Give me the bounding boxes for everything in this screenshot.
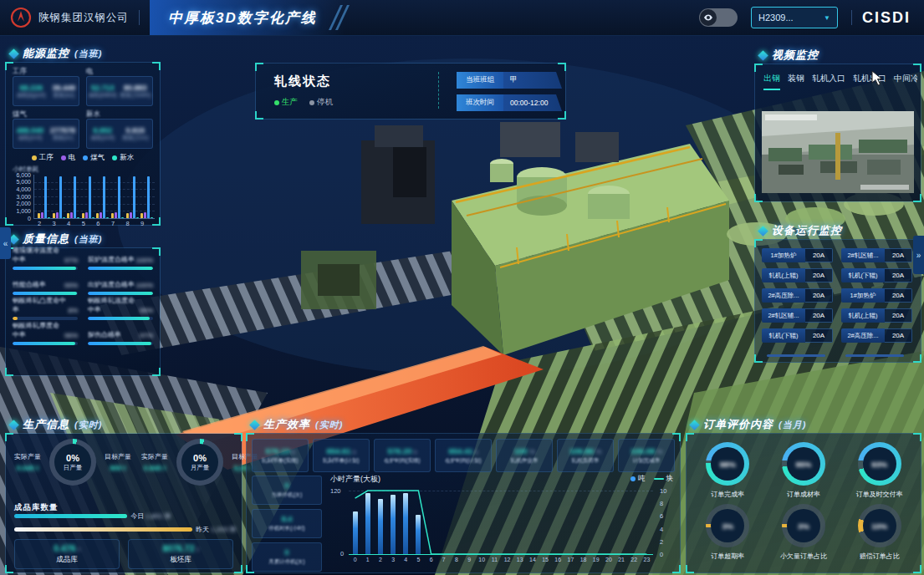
order-gauge: 98%订单完成率 — [692, 442, 764, 499]
card-label: 成品库 — [56, 555, 78, 565]
energy-card-value: 68.226单耗(kgce/t) — [17, 84, 46, 99]
device-item: 1#加热炉20A — [762, 248, 835, 262]
hourly-output-chart: 小时产量(大板) 吨块 1200108642001234567891011121… — [329, 474, 675, 567]
chart-legend-item: 吨 — [630, 474, 646, 484]
quality-grid: 堆垛缓冷温度命中率97%装炉温度合格率100%性能合格率99%出炉温度合格率10… — [13, 255, 153, 345]
card-value: 0.476 t — [54, 543, 79, 553]
quality-value: 97% — [64, 257, 78, 264]
bar — [118, 176, 120, 218]
gauge-percent: 0% — [193, 453, 207, 463]
energy-card-value: 6.652单耗(m³/t) — [91, 126, 115, 142]
bar — [121, 217, 124, 218]
kpi-label: 计划完成率 — [633, 457, 661, 465]
energy-card-value: 277578用量(m³) — [50, 126, 75, 142]
legend-dot — [32, 155, 37, 160]
shift-time-badge: 班次时间 00:00-12:00 — [457, 94, 562, 111]
x-tick: 6 — [92, 220, 104, 227]
ring-gauge: 10% — [858, 504, 901, 547]
quality-bar-track — [88, 292, 153, 295]
gauge-sublabel: 月产量 — [191, 464, 210, 472]
quality-row: 钢板终轧厚度命中率96% — [13, 330, 78, 339]
device-item: 轧机(下辊)20A — [762, 328, 835, 343]
video-frame[interactable] — [762, 111, 914, 193]
x-tick: 5 — [412, 557, 424, 562]
kpi-label: 轧机作业率 — [511, 457, 539, 465]
collapse-right-handle[interactable]: » — [913, 236, 924, 274]
chart-legend-label: 吨 — [638, 474, 646, 484]
diamond-icon — [758, 226, 768, 237]
decor-slash — [335, 5, 350, 30]
right-axis-tick: 10 — [660, 487, 666, 495]
diamond-icon — [8, 48, 19, 59]
video-panel: 出钢装钢轧机入口轧机出口中间冷电动热 — [754, 64, 921, 202]
video-tab-装钢[interactable]: 装钢 — [788, 73, 804, 90]
production-gauges: 实际产量0.045 t0%日产量目标产量900 t实际产量0.845 t0%月产… — [9, 439, 238, 486]
status-legend-item: 停机 — [309, 97, 333, 108]
warehouse-card: 0.476 t成品库 — [14, 539, 120, 569]
quality-label: 出炉温度合格率 — [88, 280, 135, 289]
bar — [74, 176, 76, 218]
quality-row: 探伤合格率97% — [88, 330, 153, 339]
visibility-toggle[interactable] — [699, 8, 738, 27]
device-label: 轧机(上辊) — [762, 268, 805, 282]
stock-bar — [14, 514, 127, 518]
quality-item: 堆垛缓冷温度命中率97% — [13, 255, 78, 270]
shift-team-badge: 当班班组 甲 — [457, 72, 562, 89]
energy-card-box: 68.226单耗(kgce/t)39.449用量(tce) — [13, 76, 79, 106]
efficiency-panel: 576.23 s轧制节奏(实绩)654.61 s轧制节奏(计划)576.20 s… — [246, 433, 681, 573]
energy-card-value: 39.449用量(tce) — [53, 84, 76, 99]
dashboard-root: 陕钢集团汉钢公司 中厚板3D数字化产线 H2309... ▼ CISDI 能源监… — [0, 0, 924, 575]
unit: 单耗(kWh/t) — [89, 92, 117, 99]
value: 80.883 — [120, 84, 151, 92]
quality-bar-fill — [88, 317, 150, 320]
diamond-icon — [689, 420, 700, 430]
downtime-tiles: 0当班停机(次)8.4停机时长(小时)0月累计停机(次) — [252, 476, 322, 572]
x-tick: 22 — [628, 557, 640, 562]
device-item: 轧机(上辊)20A — [841, 308, 914, 323]
card-label: 板坯库 — [170, 555, 191, 565]
status-label: 停机 — [317, 97, 333, 108]
tile-value: 8.4 — [282, 515, 293, 523]
y-tick: 1,000 — [9, 208, 31, 214]
device-value: 20A — [805, 248, 833, 262]
energy-card-label: 新水 — [86, 109, 153, 119]
value: 900 t — [100, 464, 136, 472]
device-dropdown-value: H2309... — [758, 13, 794, 23]
kpi-unit: % — [596, 449, 601, 455]
ring-hole: 0%月产量 — [181, 444, 218, 481]
legend-item: 新水 — [112, 153, 134, 163]
downtime-tile: 0月累计停机(次) — [252, 542, 322, 572]
kpi-label: 在炉时间(计划) — [445, 457, 481, 465]
video-panel-title: 视频监控 — [759, 48, 819, 63]
gauge-label: 赔偿订单占比 — [860, 552, 900, 561]
device-label: 1#加热炉 — [841, 288, 885, 303]
orders-panel-title: 订单评价内容 (当月) — [691, 417, 806, 432]
bar — [82, 213, 84, 218]
video-tab-轧机出口[interactable]: 轧机出口 — [853, 73, 886, 90]
collapse-left-handle[interactable]: « — [0, 227, 11, 259]
ring-hole: 95% — [787, 447, 820, 481]
kpi-value: 106.86 % — [569, 446, 601, 455]
quality-bar-track — [13, 317, 78, 320]
x-tick: 12 — [502, 557, 513, 562]
scrollbar[interactable] — [767, 354, 825, 357]
production-panel-title: 生产信息 (实时) — [10, 417, 102, 432]
value: 68.226 — [17, 84, 46, 92]
scrollbar[interactable] — [845, 354, 904, 357]
kpi-tile: 654.61 s轧制节奏(计划) — [313, 439, 370, 472]
x-tick: 0 — [350, 557, 361, 562]
kpi-unit: s — [292, 449, 295, 455]
note-value: 1,203 块 — [211, 525, 236, 534]
device-label: 2#轧区辅... — [841, 248, 885, 262]
device-dropdown[interactable]: H2309... ▼ — [751, 7, 838, 28]
gauge-label: 订单完成率 — [711, 490, 744, 499]
x-tick: 6 — [426, 557, 437, 562]
video-tab-轧机入口[interactable]: 轧机入口 — [812, 73, 845, 90]
kpi-tile: 576.20 s在炉时间(实绩) — [374, 439, 431, 472]
value: 52.713 — [89, 84, 117, 92]
legend-label: 煤气 — [90, 153, 105, 163]
energy-chart: 23456789 — [33, 175, 155, 219]
video-tab-中间冷[interactable]: 中间冷 — [894, 73, 917, 90]
video-tab-出钢[interactable]: 出钢 — [763, 73, 780, 90]
x-tick: 2 — [33, 220, 45, 227]
